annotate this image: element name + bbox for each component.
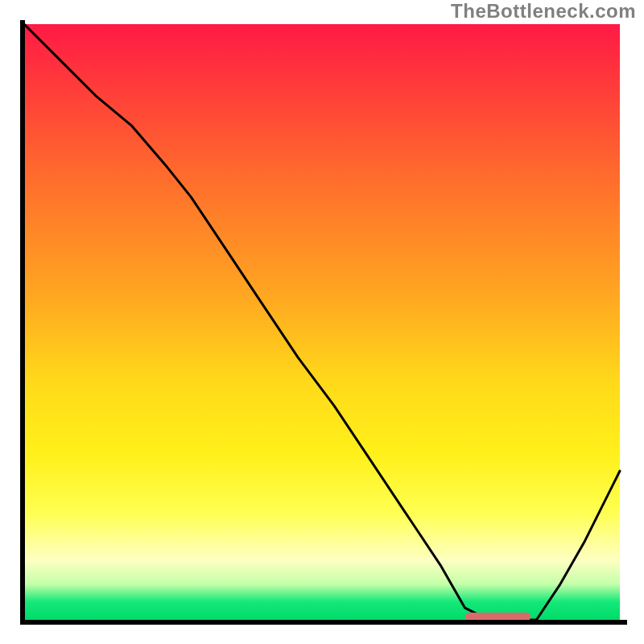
plot-area bbox=[24, 24, 620, 620]
chart-container: TheBottleneck.com bbox=[0, 0, 644, 644]
x-axis bbox=[20, 620, 627, 625]
watermark-text: TheBottleneck.com bbox=[451, 0, 636, 23]
curve-svg bbox=[24, 24, 620, 620]
bottleneck-curve-path bbox=[24, 24, 620, 620]
y-axis bbox=[20, 20, 25, 625]
